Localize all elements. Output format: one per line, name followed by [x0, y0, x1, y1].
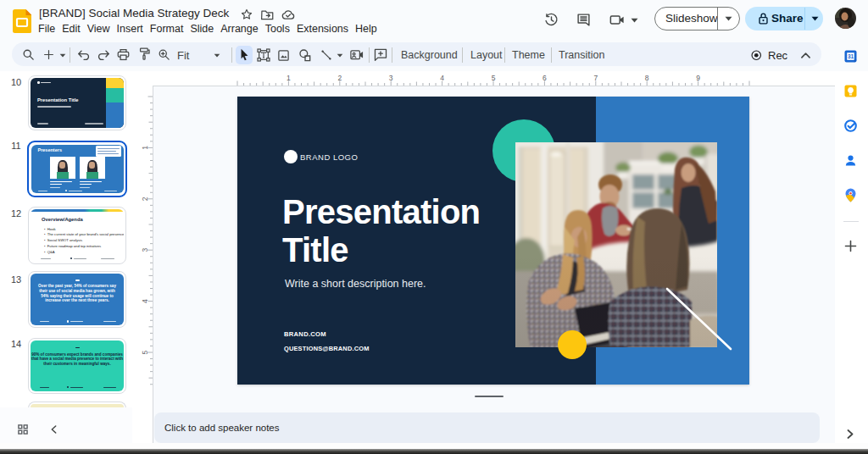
svg-text:9: 9 [696, 74, 700, 82]
svg-text:3: 3 [389, 74, 393, 82]
svg-text:31: 31 [848, 53, 854, 59]
svg-text:2: 2 [141, 197, 149, 201]
svg-text:2: 2 [337, 74, 342, 82]
svg-text:5: 5 [141, 350, 149, 354]
svg-text:8: 8 [645, 74, 649, 82]
svg-text:4: 4 [141, 299, 149, 303]
svg-text:5: 5 [492, 74, 496, 82]
svg-text:1: 1 [287, 74, 291, 82]
svg-text:6: 6 [542, 74, 547, 82]
svg-text:4: 4 [440, 74, 444, 82]
svg-text:7: 7 [593, 74, 598, 82]
svg-text:3: 3 [141, 248, 149, 252]
svg-text:1: 1 [141, 146, 149, 150]
